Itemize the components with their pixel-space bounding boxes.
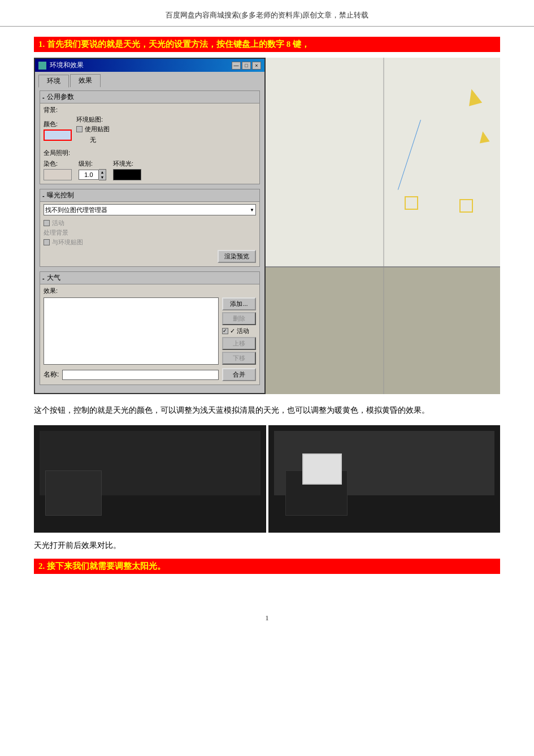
process-bg-row: 处理背景 <box>44 228 256 237</box>
delete-button[interactable]: 删除 <box>222 312 256 325</box>
gi-color-swatch[interactable] <box>44 169 72 180</box>
spin-up[interactable]: ▲ <box>99 170 106 175</box>
gi-ambient-label: 环境光: <box>113 159 141 168</box>
yellow-box-1 <box>405 196 418 210</box>
atmosphere-title: - 大气 <box>40 272 259 284</box>
page-number: 1 <box>0 614 534 623</box>
render-preview-row: 渲染预览 <box>44 250 256 263</box>
gi-row: 染色: 级别: ▲ <box>44 159 256 180</box>
color-field-group: 颜色: <box>44 120 72 141</box>
effects-label: 效果: <box>44 287 256 295</box>
page-content: 1. 首先我们要说的就是天光，天光的设置方法，按住键盘上的数字 8 键， 环境和… <box>0 27 534 597</box>
section2-title: 2. 接下来我们就需要调整太阳光。 <box>34 559 500 574</box>
atmosphere-group: - 大气 效果: 添加... 删除 <box>40 271 260 385</box>
tab-environment[interactable]: 环境 <box>38 75 69 88</box>
dialog-title-text: 环境和效果 <box>50 61 84 70</box>
map-field-group: 环境贴图: 使用贴图 无 <box>76 115 110 145</box>
exposure-control-group: - 曝光控制 找不到位图代理管理器 ▼ 活动 处理背景 <box>40 189 260 267</box>
tab-effects[interactable]: 效果 <box>70 74 101 87</box>
comparison-image-after <box>268 425 501 533</box>
name-row: 名称: 合并 <box>44 368 256 381</box>
viewport-3d <box>266 58 500 394</box>
gi-level-input[interactable]: ▲ ▼ <box>79 169 106 180</box>
atmosphere-minus-icon: - <box>42 275 45 282</box>
dialog-viewport-row: 环境和效果 — □ × 环境 效果 <box>34 58 500 394</box>
gi-ambient-group: 环境光: <box>113 159 141 180</box>
name-input[interactable] <box>62 370 219 380</box>
exposure-dropdown-row: 找不到位图代理管理器 ▼ <box>44 204 256 215</box>
gi-label: 全局照明: <box>44 149 256 157</box>
minimize-button[interactable]: — <box>232 62 241 70</box>
spin-arrows[interactable]: ▲ ▼ <box>99 169 106 180</box>
dialog-tabs: 环境 效果 <box>35 72 264 87</box>
use-map-row: 使用贴图 <box>76 125 110 133</box>
close-button[interactable]: × <box>252 62 261 70</box>
gi-level-label: 级别: <box>79 159 106 168</box>
dialog-icon <box>38 62 46 70</box>
dialog-body: - 公用参数 背景: 颜色: <box>35 87 264 393</box>
process-map-checkbox[interactable] <box>44 239 50 245</box>
merge-button[interactable]: 合并 <box>222 368 256 381</box>
add-button[interactable]: 添加... <box>222 297 256 310</box>
color-label: 颜色: <box>44 120 72 128</box>
maximize-button[interactable]: □ <box>242 62 251 70</box>
description-text: 这个按钮，控制的就是天光的颜色，可以调整为浅天蓝模拟清晨的天光，也可以调整为暖黄… <box>34 403 500 417</box>
titlebar-buttons[interactable]: — □ × <box>232 62 261 70</box>
comparison-image-before <box>34 425 266 533</box>
down-button[interactable]: 下移 <box>222 352 256 365</box>
gi-level-group: 级别: ▲ ▼ <box>79 159 106 180</box>
titlebar-left: 环境和效果 <box>38 61 84 70</box>
process-map-row[interactable]: 与环境贴图 <box>44 238 256 247</box>
background-row: 颜色: 环境贴图: 使用贴图 <box>44 115 256 145</box>
gi-color-label: 染色: <box>44 159 72 168</box>
minus-icon: - <box>42 94 45 101</box>
spin-down[interactable]: ▼ <box>99 175 106 180</box>
exposure-dropdown[interactable]: 找不到位图代理管理器 ▼ <box>44 204 256 215</box>
active-checkbox-row[interactable]: 活动 <box>44 219 256 227</box>
active-atm-row[interactable]: ✓ 活动 <box>222 327 256 335</box>
vp-divider-h <box>266 266 500 267</box>
render-preview-button[interactable]: 渲染预览 <box>218 250 256 263</box>
vp-divider-v <box>383 58 384 394</box>
gi-color-group: 染色: <box>44 159 72 180</box>
dialog-titlebar: 环境和效果 — □ × <box>35 59 264 72</box>
public-params-group: - 公用参数 背景: 颜色: <box>40 90 260 184</box>
yellow-gizmo-2 <box>477 131 489 144</box>
env-effects-dialog: 环境和效果 — □ × 环境 效果 <box>34 58 266 394</box>
active-checkbox[interactable] <box>44 220 50 226</box>
inner-window-right <box>302 453 342 485</box>
up-button[interactable]: 上移 <box>222 337 256 350</box>
exposure-title: - 曝光控制 <box>40 189 259 202</box>
public-params-title: - 公用参数 <box>40 91 259 103</box>
name-label: 名称: <box>44 370 59 379</box>
comparison-caption: 天光打开前后效果对比。 <box>34 541 500 551</box>
gi-level-value[interactable] <box>79 170 99 180</box>
atmosphere-row: 添加... 删除 ✓ 活动 上移 <box>44 297 256 365</box>
page-header: 百度网盘内容商城搜索(多多老师的资料库)原创文章，禁止转载 <box>0 0 534 27</box>
atmosphere-list[interactable] <box>44 297 219 365</box>
gi-ambient-swatch[interactable] <box>113 169 141 180</box>
atmosphere-buttons: 添加... 删除 ✓ 活动 上移 <box>222 297 256 365</box>
none-text: 无 <box>76 135 110 145</box>
dropdown-arrow-icon: ▼ <box>250 208 254 213</box>
background-label: 背景: <box>44 106 256 114</box>
atm-active-checkbox[interactable] <box>222 328 228 334</box>
header-text: 百度网盘内容商城搜索(多多老师的资料库)原创文章，禁止转载 <box>166 11 369 19</box>
gi-section: 全局照明: 染色: 级别: <box>44 149 256 180</box>
section1-title: 1. 首先我们要说的就是天光，天光的设置方法，按住键盘上的数字 8 键， <box>34 37 500 52</box>
yellow-box-2 <box>459 199 473 213</box>
bg-color-swatch[interactable] <box>44 129 72 141</box>
inner-scene-left <box>45 470 102 516</box>
image-comparison <box>34 425 500 533</box>
exposure-minus-icon: - <box>42 192 45 199</box>
use-map-checkbox[interactable] <box>76 126 83 132</box>
map-label: 环境贴图: <box>76 115 110 124</box>
